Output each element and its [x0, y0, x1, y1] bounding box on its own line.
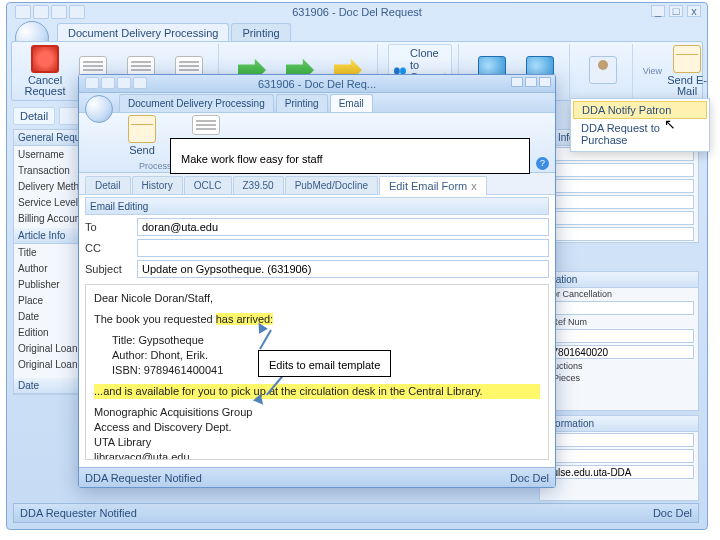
close-icon[interactable]: x: [687, 5, 701, 17]
inner-quick-access: [85, 77, 147, 89]
help-icon[interactable]: ?: [536, 157, 549, 170]
section-header: Email Editing: [85, 197, 549, 215]
tab-printing[interactable]: Printing: [231, 23, 290, 42]
isbn-field[interactable]: [544, 345, 694, 359]
callout-main: Make work flow easy for staff: [170, 138, 530, 174]
cancel-label: Cancel Request: [22, 75, 68, 97]
body-line: The book you requested has arrived:: [94, 312, 540, 327]
callout-edits: Edits to email template: [258, 350, 391, 377]
outer-quick-access: [15, 5, 85, 19]
tab-printing[interactable]: Printing: [276, 94, 328, 112]
send-email-button[interactable]: Send E-Mail: [664, 45, 710, 97]
sendemail-label: Send E-Mail: [664, 75, 710, 97]
inner-window-controls: [511, 77, 551, 87]
body-title: Title: Gypsotheque: [94, 333, 540, 348]
body-sig: Monographic Acquisitions Group: [94, 405, 540, 420]
outer-status-bar: DDA Requester Notified Doc Del: [13, 503, 699, 523]
field-input[interactable]: [544, 179, 694, 193]
qat-icon[interactable]: [85, 77, 99, 89]
qat-icon[interactable]: [51, 5, 67, 19]
subject-label: Subject: [85, 263, 131, 275]
tab-detail[interactable]: Detail: [13, 107, 55, 125]
outer-window-controls: _ □ x: [651, 5, 701, 17]
active-tab-label: Edit Email Form: [389, 180, 467, 192]
send-email-menu: DDA Notify Patron DDA Request to Purchas…: [570, 98, 710, 152]
status-left: DDA Requester Notified: [20, 507, 137, 519]
highlighted-text: ...and is available for you to pick up a…: [94, 384, 540, 399]
tab-edit-email-form[interactable]: Edit Email Formx: [379, 176, 487, 195]
to-label: To: [85, 221, 131, 233]
field-input[interactable]: [544, 329, 694, 343]
body-sig: UTA Library: [94, 435, 540, 450]
right-mid-panel: rmation r for Cancellation g/Ref Num str…: [539, 271, 699, 411]
qat-icon[interactable]: [133, 77, 147, 89]
field-input[interactable]: [544, 433, 694, 447]
cancel-icon: [31, 45, 59, 73]
inner-ribbon-tabs: Document Delivery Processing Printing Em…: [79, 93, 555, 113]
tab-history[interactable]: History: [132, 176, 183, 194]
cc-field[interactable]: [137, 239, 549, 257]
field-input[interactable]: [544, 211, 694, 225]
qat-icon[interactable]: [69, 5, 85, 19]
field-input[interactable]: [544, 227, 694, 241]
panel-header: rmation: [540, 272, 698, 288]
qat-icon[interactable]: [33, 5, 49, 19]
inner-window-title: 631906 - Doc Del Req...: [258, 78, 376, 90]
minimize-icon[interactable]: _: [651, 5, 665, 17]
tab-oclc[interactable]: OCLC: [184, 176, 232, 194]
user-button[interactable]: [580, 56, 626, 86]
tab-ddp[interactable]: Document Delivery Processing: [119, 94, 274, 112]
field-input[interactable]: [544, 465, 694, 479]
field-input[interactable]: [544, 301, 694, 315]
inner-status-bar: DDA Requester Notified Doc Del: [79, 467, 555, 487]
tab-email[interactable]: Email: [330, 94, 373, 112]
inner-tabstrip: Detail History OCLC Z39.50 PubMed/Doclin…: [79, 173, 555, 195]
body-sig: libraryacq@uta.edu: [94, 450, 540, 460]
qat-icon[interactable]: [117, 77, 131, 89]
cc-label: CC: [85, 242, 131, 254]
maximize-icon[interactable]: □: [669, 5, 683, 17]
menu-item-notify[interactable]: DDA Notify Patron: [573, 101, 707, 119]
body-greeting: Dear Nicole Doran/Staff,: [94, 291, 540, 306]
field-input[interactable]: [544, 195, 694, 209]
inner-app-orb[interactable]: [85, 95, 113, 123]
user-icon: [589, 56, 617, 84]
send-label: Send: [129, 145, 155, 156]
qat-icon[interactable]: [15, 5, 31, 19]
tab-detail[interactable]: Detail: [85, 176, 131, 194]
mail-icon: [673, 45, 701, 73]
to-field[interactable]: [137, 218, 549, 236]
panel-header: Information: [540, 416, 698, 432]
tab-ddp[interactable]: Document Delivery Processing: [57, 23, 229, 42]
inner-title-bar: 631906 - Doc Del Req...: [79, 75, 555, 93]
qat-icon[interactable]: [101, 77, 115, 89]
inner-window: 631906 - Doc Del Req... Document Deliver…: [78, 74, 556, 488]
minimize-icon[interactable]: [511, 77, 523, 87]
field-input[interactable]: [544, 163, 694, 177]
email-form: Email Editing To CC Subject Dear Nicole …: [79, 197, 555, 460]
status-left: DDA Requester Notified: [85, 472, 202, 484]
maximize-icon[interactable]: [525, 77, 537, 87]
mail-icon: [128, 115, 156, 143]
status-right: Doc Del: [510, 472, 549, 484]
tab-pubmed[interactable]: PubMed/Docline: [285, 176, 378, 194]
field-input[interactable]: [544, 449, 694, 463]
document-icon: [192, 115, 220, 135]
outer-window-title: 631906 - Doc Del Request: [7, 3, 707, 21]
status-right: Doc Del: [653, 507, 692, 519]
close-icon[interactable]: [539, 77, 551, 87]
body-sig: Access and Discovery Dept.: [94, 420, 540, 435]
view-label: View: [643, 66, 662, 76]
outer-ribbon-tabs: Document Delivery Processing Printing: [57, 23, 291, 42]
menu-item-purchase[interactable]: DDA Request to Purchase: [571, 119, 709, 149]
group-label-process: Process: [139, 161, 172, 171]
tab-close-icon[interactable]: x: [471, 180, 477, 192]
subject-field[interactable]: [137, 260, 549, 278]
right-bot-panel: Information: [539, 415, 699, 501]
tab-z3950[interactable]: Z39.50: [233, 176, 284, 194]
cancel-request-button[interactable]: Cancel Request: [22, 45, 68, 97]
